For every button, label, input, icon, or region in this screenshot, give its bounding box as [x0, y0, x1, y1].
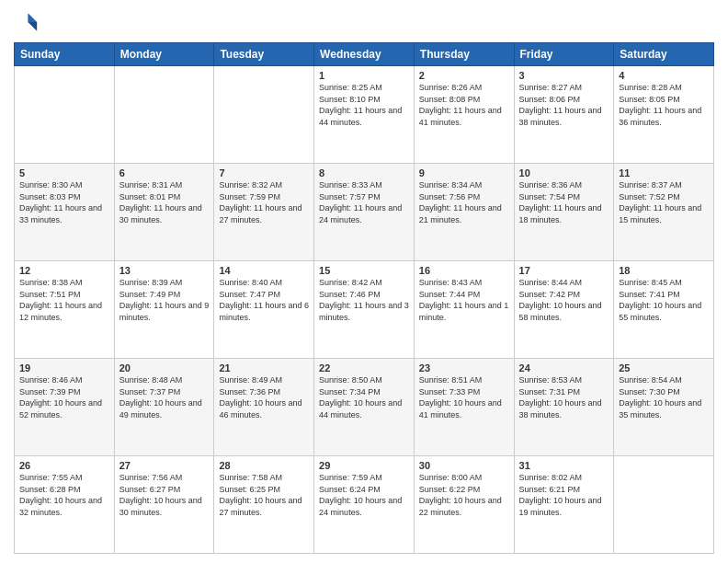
- day-info: Sunrise: 8:31 AMSunset: 8:01 PMDaylight:…: [119, 179, 210, 225]
- day-info: Sunrise: 8:25 AMSunset: 8:10 PMDaylight:…: [319, 82, 409, 128]
- day-number: 2: [419, 70, 509, 81]
- calendar-day-3: 3Sunrise: 8:27 AMSunset: 8:06 PMDaylight…: [514, 66, 614, 164]
- day-number: 10: [519, 167, 609, 178]
- day-info: Sunrise: 8:38 AMSunset: 7:51 PMDaylight:…: [19, 277, 109, 323]
- calendar: SundayMondayTuesdayWednesdayThursdayFrid…: [14, 42, 714, 554]
- day-number: 21: [219, 362, 309, 373]
- calendar-day-19: 19Sunrise: 8:46 AMSunset: 7:39 PMDayligh…: [15, 359, 115, 456]
- logo: [14, 9, 43, 35]
- col-header-thursday: Thursday: [414, 43, 514, 66]
- day-info: Sunrise: 8:28 AMSunset: 8:05 PMDaylight:…: [619, 82, 709, 128]
- day-number: 17: [519, 265, 609, 276]
- calendar-day-15: 15Sunrise: 8:42 AMSunset: 7:46 PMDayligh…: [314, 261, 415, 359]
- day-info: Sunrise: 8:54 AMSunset: 7:30 PMDaylight:…: [619, 374, 709, 420]
- calendar-week-2: 5Sunrise: 8:30 AMSunset: 8:03 PMDaylight…: [15, 164, 714, 261]
- calendar-day-17: 17Sunrise: 8:44 AMSunset: 7:42 PMDayligh…: [514, 261, 614, 359]
- day-info: Sunrise: 8:40 AMSunset: 7:47 PMDaylight:…: [219, 277, 309, 323]
- day-info: Sunrise: 8:49 AMSunset: 7:36 PMDaylight:…: [219, 374, 309, 420]
- day-info: Sunrise: 8:42 AMSunset: 7:46 PMDaylight:…: [319, 277, 409, 323]
- day-info: Sunrise: 8:45 AMSunset: 7:41 PMDaylight:…: [619, 277, 709, 323]
- day-number: 13: [119, 265, 210, 276]
- day-info: Sunrise: 8:46 AMSunset: 7:39 PMDaylight:…: [19, 374, 109, 420]
- calendar-week-1: 1Sunrise: 8:25 AMSunset: 8:10 PMDaylight…: [15, 66, 714, 164]
- day-number: 7: [219, 167, 309, 178]
- day-number: 30: [419, 460, 509, 471]
- calendar-day-1: 1Sunrise: 8:25 AMSunset: 8:10 PMDaylight…: [314, 66, 415, 164]
- day-number: 3: [519, 70, 609, 81]
- day-info: Sunrise: 8:51 AMSunset: 7:33 PMDaylight:…: [419, 374, 509, 420]
- day-number: 12: [19, 265, 109, 276]
- calendar-day-18: 18Sunrise: 8:45 AMSunset: 7:41 PMDayligh…: [614, 261, 714, 359]
- calendar-day-16: 16Sunrise: 8:43 AMSunset: 7:44 PMDayligh…: [414, 261, 514, 359]
- day-info: Sunrise: 7:58 AMSunset: 6:25 PMDaylight:…: [219, 472, 309, 518]
- col-header-friday: Friday: [514, 43, 614, 66]
- col-header-saturday: Saturday: [614, 43, 714, 66]
- calendar-day-10: 10Sunrise: 8:36 AMSunset: 7:54 PMDayligh…: [514, 164, 614, 261]
- calendar-day-11: 11Sunrise: 8:37 AMSunset: 7:52 PMDayligh…: [614, 164, 714, 261]
- calendar-empty-cell: [214, 66, 314, 164]
- calendar-day-8: 8Sunrise: 8:33 AMSunset: 7:57 PMDaylight…: [314, 164, 415, 261]
- day-number: 22: [319, 362, 409, 373]
- calendar-week-4: 19Sunrise: 8:46 AMSunset: 7:39 PMDayligh…: [15, 359, 714, 456]
- day-info: Sunrise: 8:53 AMSunset: 7:31 PMDaylight:…: [519, 374, 609, 420]
- col-header-tuesday: Tuesday: [214, 43, 314, 66]
- day-info: Sunrise: 8:30 AMSunset: 8:03 PMDaylight:…: [19, 179, 109, 225]
- calendar-day-14: 14Sunrise: 8:40 AMSunset: 7:47 PMDayligh…: [214, 261, 314, 359]
- day-number: 31: [519, 460, 609, 471]
- day-number: 25: [619, 362, 709, 373]
- day-number: 8: [319, 167, 409, 178]
- calendar-day-20: 20Sunrise: 8:48 AMSunset: 7:37 PMDayligh…: [114, 359, 214, 456]
- day-number: 19: [19, 362, 109, 373]
- day-info: Sunrise: 8:26 AMSunset: 8:08 PMDaylight:…: [419, 82, 509, 128]
- logo-icon: [14, 9, 40, 35]
- calendar-header-row: SundayMondayTuesdayWednesdayThursdayFrid…: [15, 43, 714, 66]
- day-number: 29: [319, 460, 409, 471]
- day-number: 24: [519, 362, 609, 373]
- calendar-day-26: 26Sunrise: 7:55 AMSunset: 6:28 PMDayligh…: [15, 456, 115, 554]
- calendar-week-3: 12Sunrise: 8:38 AMSunset: 7:51 PMDayligh…: [15, 261, 714, 359]
- calendar-day-30: 30Sunrise: 8:00 AMSunset: 6:22 PMDayligh…: [414, 456, 514, 554]
- day-info: Sunrise: 8:39 AMSunset: 7:49 PMDaylight:…: [119, 277, 210, 323]
- day-info: Sunrise: 7:56 AMSunset: 6:27 PMDaylight:…: [119, 472, 210, 518]
- svg-marker-1: [28, 22, 37, 31]
- day-number: 28: [219, 460, 309, 471]
- day-info: Sunrise: 7:59 AMSunset: 6:24 PMDaylight:…: [319, 472, 409, 518]
- day-number: 9: [419, 167, 509, 178]
- day-number: 6: [119, 167, 210, 178]
- calendar-day-21: 21Sunrise: 8:49 AMSunset: 7:36 PMDayligh…: [214, 359, 314, 456]
- day-number: 16: [419, 265, 509, 276]
- day-info: Sunrise: 8:34 AMSunset: 7:56 PMDaylight:…: [419, 179, 509, 225]
- day-number: 1: [319, 70, 409, 81]
- day-number: 20: [119, 362, 210, 373]
- calendar-empty-cell: [15, 66, 115, 164]
- day-info: Sunrise: 8:48 AMSunset: 7:37 PMDaylight:…: [119, 374, 210, 420]
- calendar-day-2: 2Sunrise: 8:26 AMSunset: 8:08 PMDaylight…: [414, 66, 514, 164]
- calendar-day-29: 29Sunrise: 7:59 AMSunset: 6:24 PMDayligh…: [314, 456, 415, 554]
- day-info: Sunrise: 8:44 AMSunset: 7:42 PMDaylight:…: [519, 277, 609, 323]
- header: [14, 9, 714, 35]
- calendar-day-23: 23Sunrise: 8:51 AMSunset: 7:33 PMDayligh…: [414, 359, 514, 456]
- day-info: Sunrise: 8:33 AMSunset: 7:57 PMDaylight:…: [319, 179, 409, 225]
- calendar-day-7: 7Sunrise: 8:32 AMSunset: 7:59 PMDaylight…: [214, 164, 314, 261]
- calendar-day-31: 31Sunrise: 8:02 AMSunset: 6:21 PMDayligh…: [514, 456, 614, 554]
- calendar-day-27: 27Sunrise: 7:56 AMSunset: 6:27 PMDayligh…: [114, 456, 214, 554]
- calendar-day-5: 5Sunrise: 8:30 AMSunset: 8:03 PMDaylight…: [15, 164, 115, 261]
- day-info: Sunrise: 8:32 AMSunset: 7:59 PMDaylight:…: [219, 179, 309, 225]
- day-number: 5: [19, 167, 109, 178]
- day-number: 23: [419, 362, 509, 373]
- calendar-day-4: 4Sunrise: 8:28 AMSunset: 8:05 PMDaylight…: [614, 66, 714, 164]
- day-info: Sunrise: 8:50 AMSunset: 7:34 PMDaylight:…: [319, 374, 409, 420]
- day-info: Sunrise: 8:43 AMSunset: 7:44 PMDaylight:…: [419, 277, 509, 323]
- day-number: 26: [19, 460, 109, 471]
- day-number: 14: [219, 265, 309, 276]
- svg-marker-0: [28, 13, 37, 22]
- calendar-week-5: 26Sunrise: 7:55 AMSunset: 6:28 PMDayligh…: [15, 456, 714, 554]
- day-info: Sunrise: 7:55 AMSunset: 6:28 PMDaylight:…: [19, 472, 109, 518]
- calendar-day-6: 6Sunrise: 8:31 AMSunset: 8:01 PMDaylight…: [114, 164, 214, 261]
- day-number: 4: [619, 70, 709, 81]
- day-number: 27: [119, 460, 210, 471]
- day-info: Sunrise: 8:27 AMSunset: 8:06 PMDaylight:…: [519, 82, 609, 128]
- calendar-day-24: 24Sunrise: 8:53 AMSunset: 7:31 PMDayligh…: [514, 359, 614, 456]
- calendar-day-13: 13Sunrise: 8:39 AMSunset: 7:49 PMDayligh…: [114, 261, 214, 359]
- col-header-wednesday: Wednesday: [314, 43, 415, 66]
